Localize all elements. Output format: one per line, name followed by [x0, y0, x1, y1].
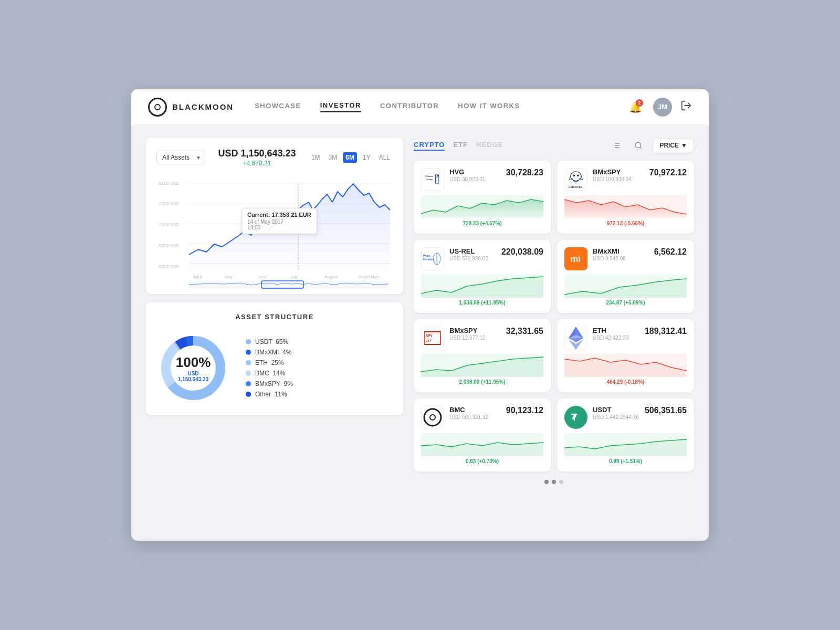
fund-sparkline-us-rel [421, 275, 543, 298]
svg-marker-61 [576, 338, 583, 342]
fund-sparkline-usdt [564, 433, 687, 456]
nav-how-it-works[interactable]: HOW IT WORKS [458, 102, 520, 112]
bmc-logo-icon [423, 408, 442, 427]
time-filter-1y[interactable]: 1Y [360, 152, 373, 163]
filter-tab-etf[interactable]: ETF [453, 141, 468, 151]
portfolio-change: +4,670.31 [211, 160, 303, 167]
time-filters: 1M 3M 6M 1Y ALL [309, 152, 393, 163]
fund-change-bmc: 0.63 (+0.70%) [421, 458, 543, 464]
fund-grid: Hillview Group HVG USD 30,823.01 30,728 [414, 161, 694, 471]
fund-info-bmxspy: BMxSPY USD 100,938.34 [593, 168, 644, 182]
svg-text:August: August [324, 275, 338, 279]
filter-tab-crypto[interactable]: CRYPTO [414, 141, 445, 151]
eth-logo-icon [569, 327, 583, 350]
fund-card-us-rel[interactable]: Prime Meridian US-REL USD 572,936.02 220… [414, 240, 551, 313]
sparkline-svg-eth [564, 354, 687, 377]
fund-usd-eth: USD 42,422.33 [593, 335, 639, 341]
svg-point-43 [573, 175, 575, 177]
fund-value-hvg: 30,728.23 [506, 168, 543, 177]
fund-logo-us-rel: Prime Meridian [421, 247, 444, 270]
header: BLACKMOON SHOWCASE INVESTOR CONTRIBUTOR … [131, 89, 709, 125]
sparkline-svg-bmxspy [564, 195, 687, 218]
logout-button[interactable] [680, 100, 692, 114]
nav-showcase[interactable]: SHOWCASE [255, 102, 301, 112]
user-avatar[interactable]: JM [653, 98, 672, 117]
fund-card-header-bmc: BMC USD 600,321.32 90,123.12 [421, 406, 543, 429]
svg-text:Hillview: Hillview [425, 175, 434, 177]
fund-name-bmc: BMC [449, 406, 501, 414]
svg-text:6,500 USD: 6,500 USD [159, 264, 179, 269]
mi-logo-icon: mi [568, 251, 584, 267]
fund-sparkline-bmxxmi [564, 275, 687, 298]
fund-usd-bmxxmi: USD 9,542.08 [593, 256, 649, 261]
legend-item-bmxxmi: BMxXMI 4% [246, 349, 293, 356]
fund-card-eth[interactable]: ETH USD 42,422.33 189,312.41 464.29 (-0.… [557, 319, 694, 392]
price-label: PRICE [659, 142, 679, 149]
hvg-logo-icon: Hillview Group [424, 172, 441, 187]
svg-text:7,500 USD: 7,500 USD [159, 201, 179, 206]
sparkline-svg-us-rel [421, 275, 543, 298]
svg-point-44 [577, 175, 579, 177]
svg-text:₮: ₮ [571, 413, 578, 422]
fund-name-bmxspy2: BMxSPY [449, 327, 501, 334]
svg-text:8,000 USD: 8,000 USD [159, 181, 179, 186]
fund-card-usdt[interactable]: ₮ USDT USD 1,442,2544.76 506,351.65 [557, 398, 694, 471]
fund-name-bmxxmi: BMxXMI [593, 247, 649, 255]
asset-select[interactable]: All Assets [156, 151, 205, 164]
notifications-button[interactable]: 🔔 2 [626, 98, 645, 117]
fund-change-hvg: 728.23 (+4.57%) [421, 220, 543, 226]
fund-sparkline-eth [564, 354, 687, 377]
legend-label-bmc: BMC 14% [255, 370, 285, 377]
legend-item-bmc: BMC 14% [246, 370, 293, 377]
page-dot-1[interactable] [544, 480, 549, 484]
logo-icon [148, 98, 167, 117]
time-filter-1m[interactable]: 1M [309, 152, 323, 163]
fund-change-us-rel: 1,038.09 (+11.95%) [421, 300, 543, 306]
price-sort-button[interactable]: PRICE ▼ [653, 139, 694, 152]
filter-actions: PRICE ▼ [608, 138, 694, 153]
fund-logo-bmxspy2: SPY ETF [421, 327, 444, 350]
fund-info-bmxxmi: BMxXMI USD 9,542.08 [593, 247, 649, 261]
fund-card-bmc[interactable]: BMC USD 600,321.32 90,123.12 0.63 (+0.70… [414, 398, 551, 471]
fund-card-hvg[interactable]: Hillview Group HVG USD 30,823.01 30,728 [414, 161, 551, 234]
svg-point-18 [296, 209, 300, 214]
fund-card-bmxspy[interactable]: GARGOYLE BMxSPY USD 100,938.34 70,972.12 [557, 161, 694, 234]
fund-usd-us-rel: USD 572,936.02 [449, 256, 496, 261]
legend-item-other: Other 11% [246, 391, 293, 398]
right-panel: CRYPTO ETF HEDGE PRICE ▼ [414, 138, 694, 528]
time-filter-all[interactable]: ALL [376, 152, 393, 163]
fund-change-bmxxmi: 234.87 (+5.09%) [564, 300, 687, 306]
fund-card-header-bmxspy: GARGOYLE BMxSPY USD 100,938.34 70,972.12 [564, 168, 687, 191]
search-icon [634, 141, 643, 150]
fund-card-bmxxmi[interactable]: mi BMxXMI USD 9,542.08 6,562.12 [557, 240, 694, 313]
svg-point-42 [571, 172, 581, 181]
page-dot-3[interactable] [559, 480, 563, 484]
fund-usd-bmc: USD 600,321.32 [449, 414, 501, 420]
search-button[interactable] [631, 138, 646, 153]
svg-point-62 [424, 409, 441, 426]
fund-usd-usdt: USD 1,442,2544.76 [593, 414, 639, 420]
chart-toolbar: All Assets ▼ USD 1,150,643.23 +4,670.31 … [156, 148, 393, 167]
main-nav: SHOWCASE INVESTOR CONTRIBUTOR HOW IT WOR… [255, 101, 626, 112]
price-chevron-icon: ▼ [681, 142, 687, 149]
fund-card-bmxspy2[interactable]: SPY ETF BMxSPY USD 12,377.12 32,331.65 [414, 319, 551, 392]
fund-value-bmxxmi: 6,562.12 [654, 247, 687, 257]
fund-logo-eth [564, 327, 587, 350]
fund-value-bmxspy: 70,972.12 [649, 168, 687, 177]
svg-text:mi: mi [571, 254, 581, 264]
nav-investor[interactable]: INVESTOR [320, 101, 361, 112]
nav-contributor[interactable]: CONTRIBUTOR [380, 102, 439, 112]
time-filter-6m[interactable]: 6M [343, 152, 357, 163]
page-dot-2[interactable] [552, 480, 556, 484]
filter-tab-hedge[interactable]: HEDGE [476, 141, 503, 151]
svg-text:September: September [359, 275, 379, 279]
chart-svg: 8,000 USD 7,500 USD 7,000 USD 6,500 USD … [156, 173, 393, 289]
list-view-button[interactable] [608, 138, 624, 153]
legend-label-eth: ETH 25% [255, 359, 284, 366]
svg-rect-51 [425, 332, 440, 344]
chart-container: 8,000 USD 7,500 USD 7,000 USD 6,500 USD … [156, 173, 393, 289]
svg-line-38 [640, 147, 642, 149]
time-filter-3m[interactable]: 3M [326, 152, 340, 163]
legend-item-bmxspy: BMxSPY 9% [246, 380, 293, 387]
app-window: BLACKMOON SHOWCASE INVESTOR CONTRIBUTOR … [131, 89, 709, 541]
